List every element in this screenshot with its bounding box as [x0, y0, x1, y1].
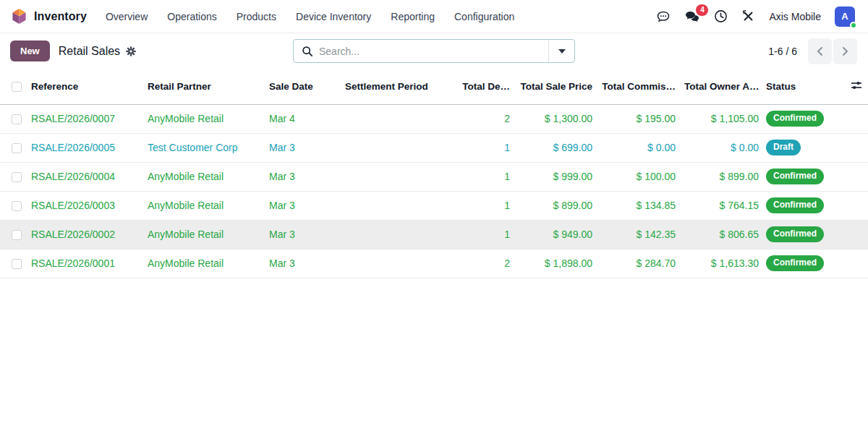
table-row[interactable]: RSALE/2026/0007 AnyMobile Retail Mar 4 2… [0, 104, 868, 133]
column-header-total-owner-amount[interactable]: Total Owner A… [679, 69, 762, 104]
cell-total-devices: 2 [452, 104, 514, 133]
app-window: Inventory Overview Operations Products D… [0, 0, 868, 439]
cell-settlement-period [340, 191, 452, 220]
optional-columns-cell [845, 69, 868, 104]
cell-total-devices: 1 [452, 220, 514, 249]
row-checkbox[interactable] [12, 201, 22, 211]
user-menu[interactable]: Axis Mobile [769, 11, 821, 22]
table-header-row: Reference Retail Partner Sale Date Settl… [0, 69, 868, 104]
app-switcher[interactable]: Inventory [12, 8, 87, 25]
cell-settlement-period [340, 220, 452, 249]
menu-item-reporting[interactable]: Reporting [391, 11, 435, 22]
chevron-left-icon [817, 46, 823, 56]
app-logo-icon [12, 8, 27, 25]
discuss-chat-icon[interactable]: 4 [684, 9, 700, 24]
cell-total-devices: 1 [452, 191, 514, 220]
cell-spacer [845, 133, 868, 162]
cell-status: Confirmed [762, 249, 845, 278]
chevron-right-icon [842, 46, 848, 56]
cell-total-owner-amount: $ 1,613.30 [679, 249, 762, 278]
row-checkbox[interactable] [12, 230, 22, 240]
row-checkbox-cell [0, 249, 26, 278]
table-row[interactable]: RSALE/2026/0003 AnyMobile Retail Mar 3 1… [0, 191, 868, 220]
cell-retail-partner: AnyMobile Retail [142, 191, 264, 220]
select-all-checkbox-cell [0, 69, 26, 104]
row-checkbox[interactable] [12, 172, 22, 182]
clock-icon[interactable] [714, 9, 728, 23]
cell-status: Confirmed [762, 104, 845, 133]
search-input[interactable] [313, 46, 548, 57]
control-bar: New Retail Sales [0, 33, 868, 69]
adjust-columns-icon[interactable] [851, 80, 862, 90]
cell-spacer [845, 104, 868, 133]
status-badge: Confirmed [766, 111, 824, 126]
column-header-total-commission[interactable]: Total Commis… [596, 69, 679, 104]
row-checkbox[interactable] [12, 259, 22, 269]
row-checkbox[interactable] [12, 143, 22, 153]
app-name[interactable]: Inventory [34, 10, 87, 23]
cell-sale-date: Mar 3 [264, 249, 340, 278]
cell-total-devices: 1 [452, 162, 514, 191]
column-header-total-devices[interactable]: Total De… [452, 69, 514, 104]
cell-total-sale-price: $ 999.00 [514, 162, 596, 191]
cell-total-sale-price: $ 949.00 [514, 220, 596, 249]
page-title: Retail Sales [59, 45, 120, 58]
column-header-settlement-period[interactable]: Settlement Period [340, 69, 452, 104]
cell-total-commission: $ 195.00 [596, 104, 679, 133]
cell-settlement-period [340, 162, 452, 191]
row-checkbox-cell [0, 162, 26, 191]
menu-item-configuration[interactable]: Configuration [454, 11, 514, 22]
cell-sale-date: Mar 3 [264, 220, 340, 249]
nav-right-section: 4 Axis Mobile A [656, 7, 855, 27]
pager-previous-button[interactable] [808, 38, 832, 64]
tools-icon[interactable] [741, 9, 755, 23]
main-menu: Overview Operations Products Device Inve… [106, 11, 514, 22]
cell-total-commission: $ 0.00 [596, 133, 679, 162]
cell-sale-date: Mar 3 [264, 162, 340, 191]
settings-gear-icon[interactable] [126, 46, 136, 56]
new-button[interactable]: New [10, 41, 50, 61]
row-checkbox[interactable] [12, 114, 22, 124]
table-row[interactable]: RSALE/2026/0005 Test Customer Corp Mar 3… [0, 133, 868, 162]
menu-item-device-inventory[interactable]: Device Inventory [296, 11, 371, 22]
menu-item-operations[interactable]: Operations [167, 11, 216, 22]
cell-spacer [845, 220, 868, 249]
cell-status: Draft [762, 133, 845, 162]
cell-sale-date: Mar 4 [264, 104, 340, 133]
pager-next-button[interactable] [833, 38, 857, 64]
table-row[interactable]: RSALE/2026/0001 AnyMobile Retail Mar 3 2… [0, 249, 868, 278]
cell-status: Confirmed [762, 162, 845, 191]
menu-item-products[interactable]: Products [237, 11, 276, 22]
comment-dots-icon[interactable] [656, 9, 671, 24]
cell-settlement-period [340, 249, 452, 278]
cell-retail-partner: AnyMobile Retail [142, 220, 264, 249]
cell-total-commission: $ 142.35 [596, 220, 679, 249]
status-badge: Draft [766, 140, 801, 155]
status-badge: Confirmed [766, 255, 824, 270]
menu-item-overview[interactable]: Overview [106, 11, 148, 22]
column-header-status[interactable]: Status [762, 69, 845, 104]
column-header-retail-partner[interactable]: Retail Partner [142, 69, 264, 104]
select-all-checkbox[interactable] [12, 82, 22, 92]
cell-retail-partner: AnyMobile Retail [142, 249, 264, 278]
table-row[interactable]: RSALE/2026/0004 AnyMobile Retail Mar 3 1… [0, 162, 868, 191]
avatar[interactable]: A [835, 7, 855, 27]
cell-total-commission: $ 284.70 [596, 249, 679, 278]
status-badge: Confirmed [766, 169, 824, 184]
column-header-reference[interactable]: Reference [26, 69, 142, 104]
search-icon [302, 46, 313, 57]
search-dropdown-toggle[interactable] [549, 40, 574, 62]
cell-total-devices: 2 [452, 249, 514, 278]
cell-total-owner-amount: $ 764.15 [679, 191, 762, 220]
cell-total-owner-amount: $ 806.65 [679, 220, 762, 249]
cell-sale-date: Mar 3 [264, 191, 340, 220]
cell-total-devices: 1 [452, 133, 514, 162]
table-row[interactable]: RSALE/2026/0002 AnyMobile Retail Mar 3 1… [0, 220, 868, 249]
cell-total-commission: $ 134.85 [596, 191, 679, 220]
column-header-total-sale-price[interactable]: Total Sale Price [514, 69, 596, 104]
cell-reference: RSALE/2026/0005 [26, 133, 142, 162]
cell-total-owner-amount: $ 1,105.00 [679, 104, 762, 133]
column-header-sale-date[interactable]: Sale Date [264, 69, 340, 104]
cell-total-owner-amount: $ 899.00 [679, 162, 762, 191]
row-checkbox-cell [0, 191, 26, 220]
